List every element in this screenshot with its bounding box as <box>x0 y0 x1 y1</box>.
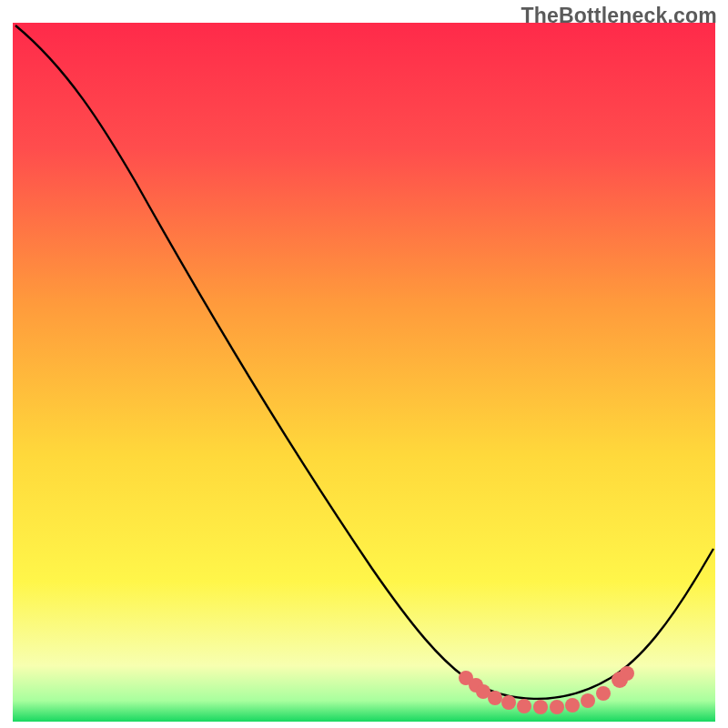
svg-point-10 <box>596 686 611 701</box>
svg-point-5 <box>517 699 531 713</box>
chart-container: TheBottleneck.com <box>0 0 728 728</box>
svg-point-8 <box>565 698 580 713</box>
svg-point-9 <box>581 693 595 708</box>
svg-point-4 <box>501 695 516 710</box>
svg-point-7 <box>550 700 564 714</box>
bottleneck-curve-plot <box>13 23 715 722</box>
plot-svg <box>13 23 715 722</box>
svg-point-12 <box>620 666 634 681</box>
svg-point-3 <box>488 691 502 705</box>
svg-point-6 <box>533 700 548 714</box>
gradient-background <box>13 23 715 722</box>
